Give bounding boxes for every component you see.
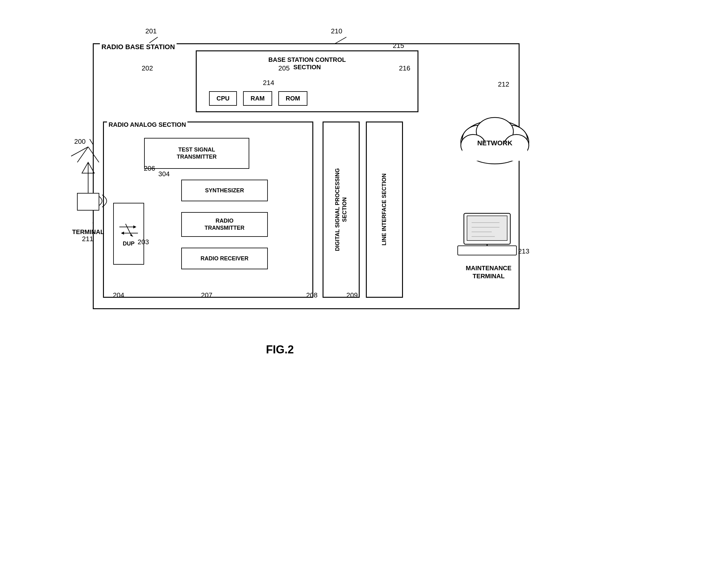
svg-rect-57 <box>467 216 507 240</box>
ref-210: 210 <box>331 27 342 35</box>
svg-line-50 <box>88 147 99 162</box>
svg-line-49 <box>77 147 88 162</box>
maintenance-terminal-label: MAINTENANCE TERMINAL <box>455 264 523 280</box>
cpu-box: CPU <box>209 91 237 106</box>
lis-section-box: LINE INTERFACE SECTION <box>366 121 403 298</box>
synthesizer-box: SYNTHESIZER <box>181 180 268 201</box>
ref-204: 204 <box>113 291 124 299</box>
svg-text:NETWORK: NETWORK <box>477 139 512 147</box>
radio-analog-section-box: RADIO ANALOG SECTION TEST SIGNAL TRANSMI… <box>103 121 313 298</box>
radio-receiver-label: RADIO RECEIVER <box>200 255 248 262</box>
radio-receiver-box: RADIO RECEIVER <box>181 248 268 269</box>
ref-207: 207 <box>201 291 213 299</box>
ref-203: 203 <box>138 238 149 246</box>
ref-214: 214 <box>263 79 274 87</box>
figure-label: FIG.2 <box>266 343 294 356</box>
test-signal-transmitter-box: TEST SIGNAL TRANSMITTER <box>144 138 249 169</box>
ref-212: 212 <box>498 80 509 88</box>
ref-215: 215 <box>393 42 404 50</box>
test-signal-label: TEST SIGNAL TRANSMITTER <box>177 146 217 161</box>
svg-rect-54 <box>77 193 99 210</box>
ref-201: 201 <box>145 27 157 35</box>
ref-216: 216 <box>399 64 411 73</box>
dup-label: DUP <box>123 240 135 247</box>
radio-transmitter-box: RADIO TRANSMITTER <box>181 212 268 237</box>
svg-marker-38 <box>121 232 124 235</box>
ras-label: RADIO ANALOG SECTION <box>107 121 188 128</box>
ref-208: 208 <box>306 291 317 299</box>
ref-206: 206 <box>144 165 155 173</box>
dup-box: DUP <box>113 203 144 265</box>
maintenance-terminal-area: MAINTENANCE TERMINAL <box>455 210 523 280</box>
terminal-area: TERMINAL <box>68 144 108 236</box>
ram-box: RAM <box>243 91 272 106</box>
ref-209: 209 <box>346 291 358 299</box>
ref-205: 205 <box>278 64 290 73</box>
ref-202: 202 <box>142 64 153 73</box>
radio-transmitter-label: RADIO TRANSMITTER <box>205 218 245 232</box>
terminal-label: TERMINAL <box>68 229 108 236</box>
svg-rect-58 <box>458 246 516 255</box>
synthesizer-label: SYNTHESIZER <box>205 188 244 194</box>
svg-line-51 <box>71 147 88 156</box>
lis-label: LINE INTERFACE SECTION <box>381 173 388 246</box>
ref-304: 304 <box>158 170 170 178</box>
rbs-label: RADIO BASE STATION <box>100 43 176 51</box>
chip-row: CPU RAM ROM <box>209 91 307 106</box>
svg-marker-36 <box>133 225 136 229</box>
rom-box: ROM <box>278 91 308 106</box>
dsp-label: DIGITAL SIGNAL PROCESSING SECTION <box>334 168 348 251</box>
ref-211: 211 <box>82 235 93 243</box>
dsp-section-box: DIGITAL SIGNAL PROCESSING SECTION <box>323 121 360 298</box>
network-cloud: NETWORK <box>455 105 535 171</box>
bscs-box: BASE STATION CONTROL SECTION CPU RAM ROM <box>196 50 418 112</box>
